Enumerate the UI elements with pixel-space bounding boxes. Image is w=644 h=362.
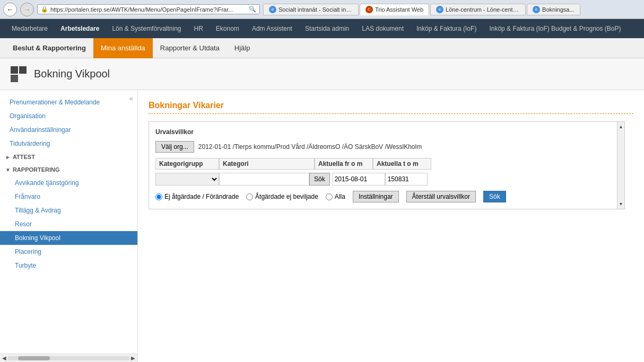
browser-address-bar[interactable]: 🔒 https://portalen.tierp.se/AWTK/Menu/Me…	[37, 4, 260, 14]
search-icon: 🔍	[249, 6, 256, 13]
browser-chrome: ← → 🔒 https://portalen.tierp.se/AWTK/Men…	[0, 0, 644, 19]
radio-alla[interactable]: Alla	[326, 193, 345, 200]
radio-atgardade-label: Åtgärdade ej beviljade	[255, 193, 318, 200]
nav-inkop-faktura-bop[interactable]: Inköp & Faktura (IoF) Budget & Prognos (…	[483, 21, 627, 37]
aktuella-tom-input[interactable]	[385, 173, 428, 186]
radio-alla-input[interactable]	[326, 193, 333, 200]
page-title: Bokning Vikpool	[34, 68, 110, 80]
nav-inkop-faktura[interactable]: Inköp & Faktura (IoF)	[410, 21, 483, 37]
sidebar-item-prenumerationer[interactable]: Prenumerationer & Meddelande	[0, 95, 137, 109]
tab-icon-lone: e	[436, 6, 443, 13]
tab-icon-trio: C	[365, 6, 373, 13]
browser-tab-lone[interactable]: e Löne-centrum - Löne-centrum	[430, 4, 526, 15]
sidebar-item-anvandarinstallningar[interactable]: Användarinställningar	[0, 123, 137, 137]
filter-inputs: Sök	[155, 173, 618, 186]
nav-lon-systemforvaltning[interactable]: Lön & Systemförvaltning	[106, 21, 187, 37]
browser-forward-button[interactable]: →	[20, 3, 34, 16]
main-navigation: Medarbetare Arbetsledare Lön & Systemför…	[0, 19, 644, 38]
tab-label-lone: Löne-centrum - Löne-centrum	[446, 6, 520, 13]
browser-tab-bokning[interactable]: e Bokningsa...	[527, 4, 580, 15]
sub-nav-hjalp[interactable]: Hjälp	[227, 38, 258, 58]
sidebar-section-attest-label: ATTEST	[13, 154, 35, 160]
sidebar-item-tidutvärdering[interactable]: Tidutvärdering	[0, 137, 137, 151]
org-path: 2012-01-01 /Tierps kommu/Prod Vård /Äldr…	[198, 143, 422, 151]
urvalsvillkor-box: ▲ ▼ Urvalsvillkor Välj org... 2012-01-01…	[149, 121, 625, 209]
sub-nav-section-label: Beslut & Rapportering	[5, 40, 93, 56]
browser-tab-trio[interactable]: C Trio Assistant Web	[360, 4, 429, 15]
kategorigrupp-select[interactable]	[155, 173, 219, 186]
aktuella-from-input[interactable]	[332, 173, 385, 186]
scrollbar-track	[7, 356, 130, 360]
browser-tab-social[interactable]: e Socialt intranät - Socialt intranät	[263, 4, 359, 15]
radio-atgardade-input[interactable]	[246, 193, 253, 200]
tab-icon-social: e	[269, 6, 276, 13]
browser-tabs: e Socialt intranät - Socialt intranät C …	[263, 4, 641, 15]
sidebar-section-attest-arrow: ►	[5, 154, 11, 160]
urvalsvillkor-title: Urvalsvillkor	[155, 128, 618, 136]
filter-headers: Kategorigrupp Kategori Aktuella fr o m A…	[155, 158, 618, 170]
sidebar-collapse-button[interactable]: «	[129, 94, 133, 102]
header-aktuella-from: Aktuella fr o m	[315, 158, 373, 170]
radio-row: Ej åtgärdade / Förändrade Åtgärdade ej b…	[155, 191, 618, 202]
nav-medarbetare[interactable]: Medarbetare	[5, 21, 54, 37]
sub-nav-rapporter-utdata[interactable]: Rapporter & Utdata	[153, 38, 227, 58]
tab-label-social: Socialt intranät - Socialt intranät	[279, 6, 353, 13]
sidebar: « Prenumerationer & Meddelande Organisat…	[0, 90, 138, 362]
sidebar-item-turbyte[interactable]: Turbyte	[0, 259, 137, 272]
sidebar-scrollbar-area: ◀ ▶	[0, 354, 137, 362]
scrollbar-right-arrow[interactable]: ▶	[131, 355, 135, 361]
scroll-up-arrow[interactable]: ▲	[619, 124, 623, 129]
sub-navigation: Beslut & Rapportering Mina anställda Rap…	[0, 38, 644, 58]
nav-arbetsledare[interactable]: Arbetsledare	[54, 21, 106, 37]
icon-block-2	[19, 66, 27, 74]
icon-block-3	[11, 75, 18, 82]
urvalsvillkor-scrollbar: ▲ ▼	[617, 122, 624, 209]
sidebar-item-bokning-vikpool[interactable]: Bokning Vikpool	[0, 231, 137, 245]
nav-startsida-admin[interactable]: Startsida admin	[299, 21, 355, 37]
url-secure-icon: 🔒	[41, 6, 48, 13]
sidebar-item-resor[interactable]: Resor	[0, 217, 137, 231]
sidebar-item-avvikande[interactable]: Avvikande tjänstgöring	[0, 176, 137, 190]
content-area: « Prenumerationer & Meddelande Organisat…	[0, 90, 644, 362]
radio-ej-atgardade[interactable]: Ej åtgärdade / Förändrade	[155, 193, 239, 200]
aterstall-urvalsvillkor-button[interactable]: Återställ urvalsvillkor	[406, 191, 476, 202]
page-header: Bokning Vikpool	[0, 58, 644, 90]
icon-block-1	[11, 66, 18, 74]
org-row: Välj org... 2012-01-01 /Tierps kommu/Pro…	[155, 141, 618, 153]
sidebar-item-franvaro[interactable]: Frånvaro	[0, 190, 137, 204]
nav-las-dokument[interactable]: LAS dokument	[355, 21, 410, 37]
section-title: Bokningar Vikarier	[149, 101, 633, 114]
sidebar-item-tillagg-avdrag[interactable]: Tillägg & Avdrag	[0, 204, 137, 217]
tab-label-trio: Trio Assistant Web	[375, 6, 423, 13]
header-aktuella-tom: Aktuella t o m	[373, 158, 431, 170]
radio-ej-atgardade-label: Ej åtgärdade / Förändrade	[164, 193, 239, 200]
browser-back-button[interactable]: ←	[3, 3, 17, 16]
tab-icon-bokning: e	[533, 6, 540, 13]
nav-adm-assistent[interactable]: Adm Assistent	[246, 21, 299, 37]
select-org-button[interactable]: Välj org...	[155, 141, 194, 153]
radio-alla-label: Alla	[335, 193, 345, 200]
nav-hr[interactable]: HR	[188, 21, 210, 37]
header-kategorigrupp: Kategorigrupp	[155, 158, 219, 170]
installningar-button[interactable]: Inställningar	[353, 191, 399, 202]
sub-nav-mina-anstallda[interactable]: Mina anställda	[93, 38, 153, 58]
sidebar-section-rapportering-label: RAPPORTERING	[13, 166, 60, 173]
sidebar-item-placering[interactable]: Placering	[0, 245, 137, 259]
sidebar-section-attest[interactable]: ► ATTEST	[0, 151, 137, 163]
sidebar-section-rapportering-arrow: ▼	[5, 167, 11, 173]
filter-sok-button[interactable]: Sök	[309, 173, 330, 186]
main-content: Bokningar Vikarier ▲ ▼ Urvalsvillkor Väl…	[138, 90, 644, 362]
sok-button[interactable]: Sök	[483, 191, 506, 202]
header-kategori: Kategori	[219, 158, 315, 170]
sidebar-item-organisation[interactable]: Organisation	[0, 109, 137, 123]
scrollbar-left-arrow[interactable]: ◀	[2, 355, 6, 361]
nav-ekonom[interactable]: Ekonom	[210, 21, 246, 37]
radio-ej-atgardade-input[interactable]	[155, 193, 162, 200]
radio-atgardade-ej-beviljade[interactable]: Åtgärdade ej beviljade	[246, 193, 318, 200]
url-text: https://portalen.tierp.se/AWTK/Menu/Menu…	[50, 6, 233, 13]
sidebar-section-rapportering[interactable]: ▼ RAPPORTERING	[0, 163, 137, 176]
scroll-down-arrow[interactable]: ▼	[619, 201, 623, 207]
kategori-input[interactable]	[219, 173, 309, 186]
tab-label-bokning: Bokningsa...	[542, 6, 575, 13]
scrollbar-thumb[interactable]	[18, 356, 50, 360]
